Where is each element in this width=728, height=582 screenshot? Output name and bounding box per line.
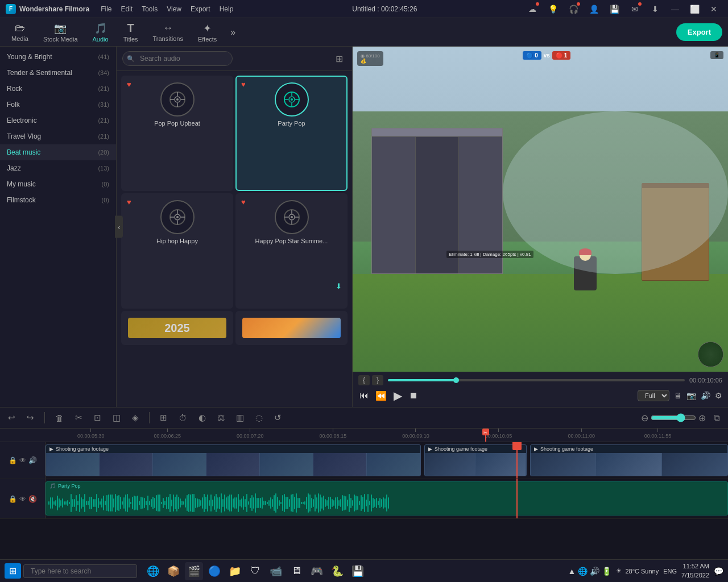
category-folk[interactable]: Folk (31) bbox=[0, 97, 116, 113]
menu-export[interactable]: Export bbox=[191, 5, 210, 13]
audio-prev-button[interactable]: ‹ bbox=[115, 216, 123, 238]
fit-button[interactable]: ⧉ bbox=[710, 411, 723, 425]
undo-button[interactable]: ↩ bbox=[5, 411, 19, 425]
category-rock[interactable]: Rock (21) bbox=[0, 81, 116, 97]
heart-icon[interactable]: ♥ bbox=[241, 80, 246, 89]
toolbar-media[interactable]: 🗁 Media bbox=[6, 20, 34, 44]
progress-bar[interactable] bbox=[388, 379, 685, 381]
frame-back-button[interactable]: ⏪ bbox=[374, 389, 388, 402]
taskbar-app-edge[interactable]: 🌐 bbox=[144, 562, 162, 580]
tray-arrow[interactable]: ▲ bbox=[568, 567, 576, 576]
taskbar-app-zoom[interactable]: 📹 bbox=[267, 562, 285, 580]
crop-tool[interactable]: ⊡ bbox=[90, 411, 105, 425]
taskbar-app-teams[interactable]: 🖥 bbox=[287, 562, 305, 580]
toolbar-transitions[interactable]: ↔ Transitions bbox=[147, 20, 189, 44]
taskbar-search-input[interactable] bbox=[23, 564, 137, 578]
export-button[interactable]: Export bbox=[676, 23, 722, 41]
taskbar-app-filmora[interactable]: 🎬 bbox=[185, 562, 203, 580]
track-visible-icon[interactable]: 👁 bbox=[19, 456, 26, 464]
cloud-icon[interactable]: ☁ bbox=[527, 3, 538, 15]
category-young-bright[interactable]: Young & Bright (41) bbox=[0, 49, 116, 65]
split-button[interactable]: ⊞ bbox=[156, 411, 171, 425]
menu-help[interactable]: Help bbox=[220, 5, 234, 13]
zoom-in-button[interactable]: ⊕ bbox=[698, 413, 706, 423]
delete-button[interactable]: 🗑 bbox=[52, 411, 67, 425]
category-tender-sentimental[interactable]: Tender & Sentimental (34) bbox=[0, 65, 116, 81]
zoom-slider[interactable] bbox=[651, 413, 696, 422]
zoom-out-button[interactable]: ⊖ bbox=[641, 413, 648, 423]
settings-preview-icon[interactable]: ⚙ bbox=[715, 391, 722, 400]
tray-volume[interactable]: 🔊 bbox=[590, 567, 599, 576]
speed-button[interactable]: ⏱ bbox=[175, 411, 191, 425]
minimize-button[interactable]: — bbox=[667, 3, 684, 15]
taskbar-app-python[interactable]: 🐍 bbox=[328, 562, 346, 580]
search-input[interactable] bbox=[122, 51, 233, 66]
lightbulb-icon[interactable]: 💡 bbox=[547, 3, 559, 15]
stabilize-button[interactable]: ⚖ bbox=[214, 411, 228, 425]
audio-card-partial-1[interactable]: 2025 bbox=[121, 311, 233, 345]
monitor-icon[interactable]: 🖥 bbox=[674, 391, 682, 400]
cut-button[interactable]: ✂ bbox=[72, 411, 86, 425]
audio-track-body[interactable]: 🎵 Party Pop // Generate waveform bars in… bbox=[46, 479, 728, 518]
category-electronic[interactable]: Electronic (21) bbox=[0, 113, 116, 128]
heart-icon[interactable]: ♥ bbox=[241, 198, 246, 206]
progress-thumb[interactable] bbox=[453, 377, 459, 383]
effect-button[interactable]: ◌ bbox=[252, 411, 266, 425]
category-travel-vlog[interactable]: Travel Vlog (21) bbox=[0, 128, 116, 144]
video-track-body[interactable]: ▶ Shooting game footage bbox=[46, 442, 728, 479]
video-clip-1[interactable]: ▶ Shooting game footage bbox=[46, 444, 421, 476]
start-button[interactable]: ⊞ bbox=[5, 563, 21, 579]
audio-card-partial-2[interactable] bbox=[235, 311, 348, 345]
menu-tools[interactable]: Tools bbox=[142, 5, 158, 13]
toolbar-titles[interactable]: T Titles bbox=[118, 19, 144, 45]
stop-button[interactable]: ⏹ bbox=[408, 389, 419, 402]
taskbar-app-files[interactable]: 📁 bbox=[226, 562, 244, 580]
taskbar-app-brave[interactable]: 🛡 bbox=[246, 562, 264, 580]
play-button[interactable]: ▶ bbox=[392, 388, 403, 404]
video-clip-3[interactable]: ▶ Shooting game footage bbox=[530, 444, 728, 476]
tray-network[interactable]: 🌐 bbox=[578, 567, 588, 576]
bracket-right-btn[interactable]: } bbox=[372, 375, 383, 385]
menu-edit[interactable]: Edit bbox=[121, 5, 133, 13]
language-indicator[interactable]: ENG bbox=[663, 568, 677, 575]
skip-back-button[interactable]: ⏮ bbox=[358, 389, 370, 402]
rotate-button[interactable]: ↺ bbox=[271, 411, 285, 425]
video-clip-2[interactable]: ▶ Shooting game footage bbox=[424, 444, 527, 476]
toolbar-effects[interactable]: ✦ Effects bbox=[192, 20, 222, 45]
track-lock-icon[interactable]: 🔒 bbox=[9, 456, 17, 464]
copy-button[interactable]: ◫ bbox=[109, 411, 124, 425]
track-mute-icon[interactable]: 🔊 bbox=[28, 456, 37, 464]
audio-card-party-pop[interactable]: ♥ Party Pop bbox=[235, 76, 348, 191]
keyframe-button[interactable]: ◈ bbox=[129, 411, 142, 425]
grid-toggle-button[interactable]: ⊞ bbox=[332, 52, 346, 65]
redo-button[interactable]: ↪ bbox=[23, 411, 38, 425]
category-my-music[interactable]: My music (0) bbox=[0, 176, 116, 192]
download-icon[interactable]: ⬇ bbox=[336, 282, 342, 290]
volume-icon[interactable]: 🔊 bbox=[701, 391, 710, 400]
menu-file[interactable]: File bbox=[101, 5, 111, 13]
heart-icon[interactable]: ♥ bbox=[127, 198, 131, 206]
audio-card-pop-pop[interactable]: ♥ Pop Pop Upb bbox=[121, 76, 233, 191]
quality-select[interactable]: Full 1/2 1/4 bbox=[638, 390, 669, 401]
maximize-button[interactable]: ⬜ bbox=[686, 3, 703, 15]
close-button[interactable]: ✕ bbox=[705, 3, 722, 15]
mail-icon[interactable]: ✉ bbox=[629, 3, 640, 15]
toolbar-more-button[interactable]: » bbox=[226, 25, 240, 40]
heart-icon[interactable]: ♥ bbox=[127, 80, 131, 89]
category-beat-music[interactable]: Beat music (20) bbox=[0, 144, 116, 160]
category-jazz[interactable]: Jazz (13) bbox=[0, 160, 116, 176]
toolbar-audio[interactable]: 🎵 Audio bbox=[87, 20, 114, 45]
tray-battery[interactable]: 🔋 bbox=[602, 567, 611, 576]
taskbar-app-terminal[interactable]: 💾 bbox=[349, 562, 367, 580]
toolbar-stock-media[interactable]: 📷 Stock Media bbox=[38, 20, 84, 45]
track-visible-icon[interactable]: 👁 bbox=[19, 495, 26, 503]
timeline-content[interactable]: 🔒 👁 🔊 ▶ Shooting game footage bbox=[0, 442, 728, 559]
menu-view[interactable]: View bbox=[167, 5, 181, 13]
taskbar-clock[interactable]: 11:52 AM 7/15/2022 bbox=[681, 562, 709, 580]
taskbar-app-store[interactable]: 📦 bbox=[164, 562, 183, 580]
download-icon[interactable]: ⬇ bbox=[650, 3, 661, 15]
taskbar-app-obs[interactable]: 🎮 bbox=[308, 562, 326, 580]
headphone-icon[interactable]: 🎧 bbox=[568, 3, 579, 15]
track-mute-icon[interactable]: 🔇 bbox=[28, 495, 37, 503]
account-icon[interactable]: 👤 bbox=[588, 3, 599, 15]
